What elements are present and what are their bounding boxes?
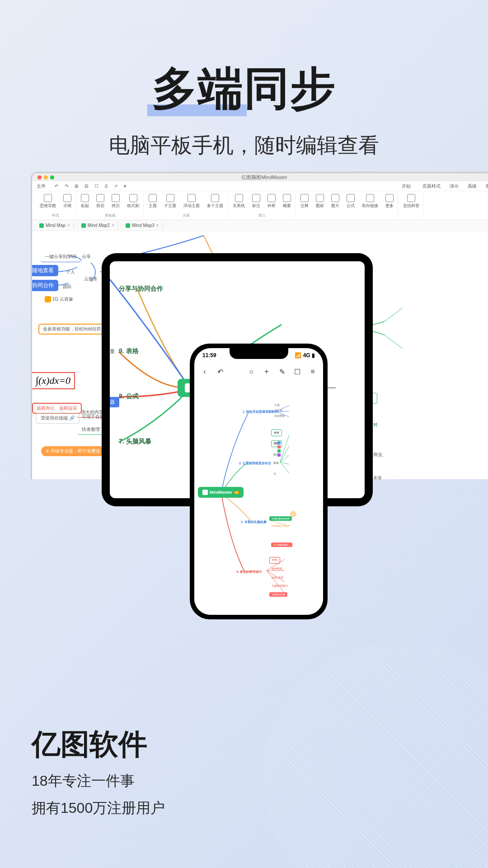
map-node[interactable]: 头脑风暴的的神神 xyxy=(269,516,292,521)
format-tool[interactable]: 格式刷 xyxy=(125,193,141,210)
document-tabs: Mind Map× Mind Map2× Mind Map3× xyxy=(32,220,488,231)
multi-topic-tool[interactable]: 多个主题 xyxy=(205,193,225,210)
find-tool[interactable]: 查找和替 xyxy=(401,193,422,210)
map-node[interactable]: 分享与协同合作 xyxy=(114,283,168,295)
cut-tool[interactable]: 剪切 xyxy=(94,193,107,210)
doc-tab-2[interactable]: Mind Map2× xyxy=(78,222,118,229)
icon-5[interactable]: ↗ xyxy=(114,184,117,189)
map-node[interactable]: 快速整理 xyxy=(77,425,104,435)
tab-present[interactable]: 演示 xyxy=(450,183,459,189)
summary-tool[interactable]: 概要 xyxy=(281,193,293,210)
close-icon[interactable] xyxy=(38,175,42,179)
icon-6[interactable]: ▾ xyxy=(124,184,126,189)
icon-1[interactable]: ⊞ xyxy=(75,184,78,189)
menu-icon[interactable]: ≡ xyxy=(309,368,317,376)
icon-4[interactable]: ⎙ xyxy=(105,184,108,189)
back-icon[interactable]: ‹ xyxy=(201,368,209,376)
map-node[interactable]: 头脑风暴的功能神 xyxy=(269,524,292,528)
map-node[interactable]: 全新表格功能，轻松hold住巨大 xyxy=(38,324,110,335)
callout-tool[interactable]: 标注 xyxy=(250,193,263,210)
map-node[interactable]: 需使用在线端 🔗 xyxy=(36,413,80,424)
map-node[interactable]: 标签 xyxy=(271,460,281,466)
map-node[interactable]: 量 xyxy=(110,346,119,357)
map-node[interactable]: 分享 xyxy=(77,252,95,262)
add-icon[interactable]: + xyxy=(263,368,271,376)
note-tool[interactable]: 注释 xyxy=(298,193,311,210)
map-node[interactable]: 器 xyxy=(110,397,119,407)
maximize-icon[interactable] xyxy=(50,175,54,179)
map-node[interactable]: 4. 多彩的样式设计 xyxy=(234,569,264,575)
image-tool[interactable]: 图片 xyxy=(329,193,342,210)
ribbon-toolbar: 思维导图 大纲 样式 粘贴 剪切 拷贝 格式刷 剪贴板 主题 子主题 浮动主题 … xyxy=(32,191,488,220)
map-node[interactable]: 一键分享到SNS xyxy=(40,252,81,262)
icon-tool[interactable]: 图标 xyxy=(314,193,326,210)
more-tool[interactable]: 更多 xyxy=(383,193,396,210)
icon-2[interactable]: ⊟ xyxy=(84,184,88,189)
map-node[interactable]: 外框 样式 xyxy=(269,575,286,581)
relation-tool[interactable]: 关系线 xyxy=(230,193,247,210)
upgrade-badge[interactable]: ⊕ 升级专业版，即可免费使 xyxy=(41,446,105,456)
subtopic-tool[interactable]: 子主题 xyxy=(162,193,178,210)
paste-tool[interactable]: 粘贴 xyxy=(79,193,91,210)
tab-start[interactable]: 开始 xyxy=(402,183,411,189)
color-dot xyxy=(277,453,281,457)
file-menu[interactable]: 文件 xyxy=(37,183,46,189)
copy-tool[interactable]: 拷贝 xyxy=(109,193,122,210)
save-icon[interactable]: ☐ xyxy=(293,368,301,376)
brush-icon[interactable]: ✎ xyxy=(278,368,286,376)
icon-3[interactable]: ☐ xyxy=(94,184,99,189)
undo-icon[interactable]: ↶ xyxy=(55,184,58,189)
map-node[interactable]: 远程办公、远程会议 xyxy=(32,403,82,414)
link-tool[interactable]: 双向链接 xyxy=(360,193,380,210)
map-node[interactable]: 云服务 xyxy=(80,274,102,284)
color-dot xyxy=(277,441,281,444)
map-node[interactable]: 个人 xyxy=(61,267,80,277)
map-node[interactable]: 团队 xyxy=(58,282,76,292)
phone-toolbar: ‹ ↶ ○ + ✎ ☐ ≡ xyxy=(194,363,323,381)
phone-mockup: 11:59 📶 4G ▮ ‹ ↶ ○ + ✎ ☐ ≡ xyxy=(190,344,328,619)
phone-mindmap[interactable]: MindMaster ✦ 1. 轻松开始思维导图制作 主题 子主题 添加图标 2… xyxy=(194,381,323,615)
map-node[interactable]: 画布样式 xyxy=(269,566,285,572)
center-node[interactable]: MindMaster ✦ xyxy=(198,487,244,498)
search-icon[interactable]: ○ xyxy=(247,368,255,376)
tab-view[interactable]: 视图 xyxy=(486,183,488,189)
tab-page-style[interactable]: 页面样式 xyxy=(422,183,441,189)
map-node[interactable]: 随地查看 xyxy=(32,265,58,276)
map-node[interactable]: 2. 让思维导图更加专业 xyxy=(237,460,273,467)
close-icon: × xyxy=(112,223,114,228)
formula-node[interactable]: ∫(x)dx=0 xyxy=(32,372,75,389)
boundary-tool[interactable]: 外框 xyxy=(265,193,278,210)
float-topic-tool[interactable]: 浮动主题 xyxy=(181,193,202,210)
map-node[interactable]: 大 xyxy=(271,471,278,477)
bg-decoration xyxy=(262,642,488,868)
undo-icon[interactable]: ↶ xyxy=(216,368,224,376)
map-node[interactable]: 1G 云容量 xyxy=(40,294,78,304)
signal: 📶 4G ▮ xyxy=(295,352,315,359)
topic-tool[interactable]: 主题 xyxy=(146,193,159,210)
doc-tab-3[interactable]: Mind Map3× xyxy=(122,222,163,229)
map-node[interactable]: 7. 头脑风暴 xyxy=(114,436,156,448)
outline-tool[interactable]: 大纲 xyxy=(61,193,74,210)
main-title: 多端同步 xyxy=(152,59,336,120)
header: 多端同步 电脑平板手机，随时编辑查看 xyxy=(0,0,488,160)
map-node[interactable]: 3. 丰富的头脑风暴 xyxy=(239,519,269,525)
map-node[interactable]: 未来 xyxy=(271,429,282,436)
minimize-icon[interactable] xyxy=(44,175,48,179)
subtitle: 电脑平板手机，随时编辑查看 xyxy=(0,132,488,160)
color-dot xyxy=(277,445,281,448)
tagline-2: 拥有1500万注册用户 xyxy=(32,798,165,818)
map-node[interactable]: 主题样式设计 xyxy=(269,583,290,589)
phone-notch xyxy=(230,348,288,359)
mindmap-tool[interactable]: 思维导图 xyxy=(38,193,58,210)
tab-advanced[interactable]: 高级 xyxy=(468,183,477,189)
color-dot xyxy=(277,449,281,453)
redo-icon[interactable]: ↷ xyxy=(65,184,68,189)
doc-tab-1[interactable]: Mind Map× xyxy=(36,222,74,229)
formula-tool[interactable]: 公式 xyxy=(344,193,357,210)
map-node[interactable]: 添加图标 xyxy=(272,413,287,419)
map-node[interactable]: 🔔 头脑风暴的... xyxy=(271,542,292,547)
map-node[interactable]: 样式 xyxy=(269,557,280,564)
map-node[interactable]: 协同合作 xyxy=(32,280,58,291)
menu-bar: 文件 ↶ ↷ ⊞ ⊟ ☐ ⎙ ↗ ▾ 开始 页面样式 演示 高级 视图 xyxy=(32,181,488,191)
map-node[interactable]: 主题样式设置 xyxy=(269,592,287,597)
